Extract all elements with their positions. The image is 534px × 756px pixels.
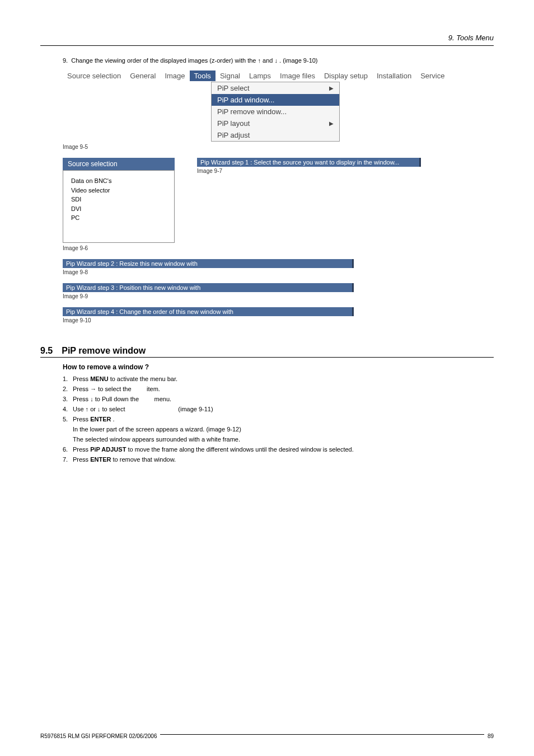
wizard-step2-text: Pip Wizard step 2 : Resize this new wind…: [66, 260, 198, 267]
step-text: item.: [147, 386, 160, 392]
step-num: 4.: [63, 406, 73, 412]
step-5-subline-b: The selected window appears surrounded w…: [73, 436, 494, 443]
step-5: 5. Press ENTER .: [63, 416, 494, 422]
step-num: 1.: [63, 375, 73, 382]
menu-image-files[interactable]: Image files: [275, 71, 320, 81]
menu-signal[interactable]: Signal: [216, 71, 245, 81]
menubar: Source selection General Image Tools Sig…: [63, 69, 494, 82]
step-text: menu.: [154, 396, 172, 402]
dd-pip-remove-window[interactable]: PiP remove window...: [212, 106, 339, 118]
step-num: 7.: [63, 456, 73, 463]
step-text: (image 9-11): [178, 406, 213, 412]
intro-step-text: Change the viewing order of the displaye…: [71, 57, 317, 64]
src-item[interactable]: PC: [71, 213, 166, 223]
tools-dropdown: PiP select ▶ PiP add window... PiP remov…: [211, 82, 340, 142]
dd-pip-layout[interactable]: PiP layout ▶: [212, 118, 339, 129]
submenu-arrow-icon: ▶: [329, 85, 334, 91]
page-footer: R5976815 RLM G5I PERFORMER 02/06/2006 89: [40, 733, 494, 739]
source-selection-title: Source selection: [63, 158, 175, 170]
step-bold: PiP ADJUST: [90, 446, 126, 453]
dd-pip-layout-label: PiP layout: [217, 119, 250, 128]
src-item[interactable]: DVI: [71, 204, 166, 214]
caption-9-10: Image 9-10: [63, 317, 494, 323]
menu-installation[interactable]: Installation: [372, 71, 416, 81]
step-3: 3. Press ↓ to Pull down the menu.: [63, 396, 494, 402]
step-5-subline-a: In the lower part of the screen appears …: [73, 426, 494, 433]
step-num: 2.: [63, 386, 73, 392]
section-title: PiP remove window: [62, 346, 146, 356]
menu-tools[interactable]: Tools: [190, 71, 216, 81]
dd-pip-adjust[interactable]: PiP adjust: [212, 129, 339, 141]
step-text: Press: [73, 416, 90, 422]
caption-9-8: Image 9-8: [63, 269, 494, 275]
step-text: .: [111, 416, 114, 422]
step-1: 1. Press MENU to activate the menu bar.: [63, 375, 494, 382]
caption-9-7: Image 9-7: [197, 168, 494, 174]
step-text: Press: [73, 375, 90, 382]
steps-list-cont: 6. Press PiP ADJUST to move the frame al…: [63, 446, 494, 463]
section-number: 9.5: [40, 346, 53, 356]
menu-service[interactable]: Service: [416, 71, 449, 81]
footer-page-number: 89: [488, 733, 494, 739]
step-num: 5.: [63, 416, 73, 422]
wizard-step4-text: Pip Wizard step 4 : Change the order of …: [66, 308, 233, 315]
footer-rule: [160, 734, 484, 735]
step-text: Press: [73, 456, 90, 463]
chapter-header: 9. Tools Menu: [40, 34, 494, 46]
step-2: 2. Press → to select the item.: [63, 386, 494, 392]
step-gap: [127, 406, 179, 412]
menu-general[interactable]: General: [125, 71, 160, 81]
submenu-arrow-icon: ▶: [329, 120, 334, 126]
steps-list: 1. Press MENU to activate the menu bar. …: [63, 375, 494, 422]
dd-pip-add-window-label: PiP add window...: [217, 96, 274, 104]
intro-step: 9. Change the viewing order of the displ…: [63, 57, 494, 64]
source-selection-list: Data on BNC's Video selector SDI DVI PC: [63, 170, 175, 243]
section-heading: 9.5 PiP remove window: [40, 346, 494, 358]
step-text: to remove that window.: [111, 456, 176, 463]
caption-9-5: Image 9-5: [63, 144, 494, 150]
step-text: to activate the menu bar.: [109, 375, 178, 382]
wizard-step1-bar: Pip Wizard step 1 : Select the source yo…: [197, 158, 421, 167]
step-bold: MENU: [90, 375, 108, 382]
source-selection-box: Source selection Data on BNC's Video sel…: [63, 158, 175, 243]
caption-9-6: Image 9-6: [63, 245, 175, 251]
step-bold: ENTER: [90, 456, 111, 463]
step-6: 6. Press PiP ADJUST to move the frame al…: [63, 446, 494, 453]
step-bold: ENTER: [90, 416, 111, 422]
step-text: Press ↓ to Pull down the: [73, 396, 140, 402]
menu-image[interactable]: Image: [160, 71, 189, 81]
menu-source-selection[interactable]: Source selection: [63, 71, 125, 81]
step-text: Use ↑ or ↓ to select: [73, 406, 127, 412]
src-item[interactable]: Data on BNC's: [71, 176, 166, 186]
step-text: Press: [73, 446, 90, 453]
dd-pip-remove-window-label: PiP remove window...: [217, 107, 287, 116]
src-item[interactable]: SDI: [71, 195, 166, 204]
menu-display-setup[interactable]: Display setup: [320, 71, 372, 81]
caption-9-9: Image 9-9: [63, 293, 494, 299]
src-item[interactable]: Video selector: [71, 186, 166, 195]
dd-pip-select-label: PiP select: [217, 84, 250, 92]
footer-left: R5976815 RLM G5I PERFORMER 02/06/2006: [40, 733, 157, 739]
step-num: 6.: [63, 446, 73, 453]
step-gap: [140, 396, 154, 402]
step-gap: [133, 386, 147, 392]
intro-step-num: 9.: [63, 57, 68, 64]
wizard-step3-bar: Pip Wizard step 3 : Position this new wi…: [63, 283, 354, 292]
step-4: 4. Use ↑ or ↓ to select (image 9-11): [63, 406, 494, 412]
dd-pip-select[interactable]: PiP select ▶: [212, 82, 339, 94]
step-text: to move the frame along the different wi…: [126, 446, 353, 453]
dd-pip-adjust-label: PiP adjust: [217, 131, 250, 139]
wizard-step4-bar: Pip Wizard step 4 : Change the order of …: [63, 307, 354, 316]
section-subhead: How to remove a window ?: [63, 363, 494, 371]
step-7: 7. Press ENTER to remove that window.: [63, 456, 494, 463]
step-text: Press → to select the: [73, 386, 133, 392]
step-num: 3.: [63, 396, 73, 402]
wizard-step2-bar: Pip Wizard step 2 : Resize this new wind…: [63, 259, 354, 268]
wizard-step3-text: Pip Wizard step 3 : Position this new wi…: [66, 284, 200, 291]
menu-lamps[interactable]: Lamps: [245, 71, 275, 81]
dd-pip-add-window[interactable]: PiP add window...: [212, 94, 339, 106]
